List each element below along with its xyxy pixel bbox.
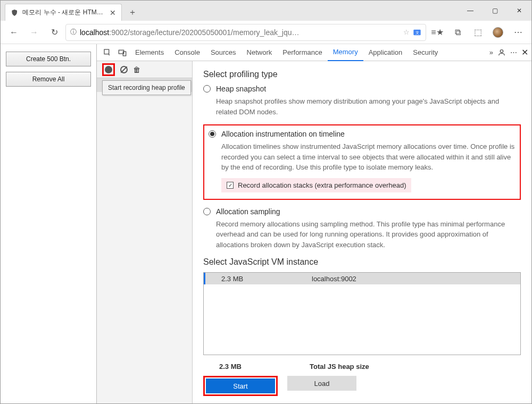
info-icon[interactable]: ⓘ bbox=[70, 28, 77, 37]
favorites-button[interactable]: ≡★ bbox=[428, 23, 446, 41]
devtools-tabs: Elements Console Sources Network Perform… bbox=[97, 44, 531, 61]
title-bar: 메모리 누수 - 새로운 HTML 요소 ✕ ＋ — ▢ ✕ bbox=[1, 1, 531, 21]
profiles-sidebar: 🗑 Profiles Start recording heap profile bbox=[97, 61, 193, 403]
vm-instance-row[interactable]: 2.3 MB localhost:9002 bbox=[204, 273, 520, 284]
action-buttons: Start Load bbox=[203, 376, 521, 396]
radio-allocation-timeline[interactable] bbox=[209, 130, 216, 138]
vm-instance-heading: Select JavaScript VM instance bbox=[203, 257, 521, 267]
total-label: Total JS heap size bbox=[310, 363, 369, 371]
allocation-sampling-desc: Record memory allocations using sampling… bbox=[216, 219, 521, 250]
create-500-button[interactable]: Create 500 Btn. bbox=[6, 52, 91, 66]
shield-icon bbox=[11, 9, 18, 17]
extensions-button[interactable]: ⬚ bbox=[469, 23, 487, 41]
tab-memory[interactable]: Memory bbox=[328, 44, 363, 61]
record-button[interactable] bbox=[105, 66, 112, 73]
forward-button: → bbox=[25, 23, 43, 41]
heap-snapshot-desc: Heap snapshot profiles show memory distr… bbox=[216, 96, 521, 117]
clear-icon[interactable] bbox=[120, 66, 128, 73]
star-icon[interactable]: ☆ bbox=[403, 28, 410, 36]
url-text: localhost:9002/storage/lecture/202005050… bbox=[80, 28, 400, 37]
address-bar[interactable]: ⓘ localhost:9002/storage/lecture/2020050… bbox=[65, 24, 426, 41]
record-stacks-row[interactable]: ✓ Record allocation stacks (extra perfor… bbox=[221, 178, 411, 192]
memory-main: Select profiling type Heap snapshot Heap… bbox=[193, 61, 531, 403]
gear-icon[interactable] bbox=[497, 48, 506, 57]
memory-panel: 🗑 Profiles Start recording heap profile … bbox=[97, 61, 531, 403]
new-tab-button[interactable]: ＋ bbox=[125, 5, 140, 20]
profile-avatar[interactable] bbox=[489, 23, 507, 41]
kebab-icon[interactable]: ⋯ bbox=[510, 48, 517, 56]
record-stacks-label: Record allocation stacks (extra performa… bbox=[238, 181, 406, 189]
profiling-type-heading: Select profiling type bbox=[203, 70, 521, 79]
window-controls: — ▢ ✕ bbox=[458, 1, 531, 21]
start-button[interactable]: Start bbox=[206, 378, 275, 393]
allocation-timeline-title: Allocation instrumentation on timeline bbox=[221, 130, 345, 138]
svg-text:文: 文 bbox=[415, 30, 419, 34]
remove-all-button[interactable]: Remove All bbox=[6, 72, 91, 87]
record-button-highlight bbox=[102, 63, 115, 76]
tab-network[interactable]: Network bbox=[242, 44, 278, 61]
load-button[interactable]: Load bbox=[287, 376, 356, 391]
vm-size: 2.3 MB bbox=[205, 275, 312, 283]
tab-performance[interactable]: Performance bbox=[277, 44, 327, 61]
refresh-button[interactable]: ↻ bbox=[45, 23, 63, 41]
tab-title: 메모리 누수 - 새로운 HTML 요소 bbox=[22, 8, 105, 17]
tab-elements[interactable]: Elements bbox=[130, 44, 169, 61]
more-tabs-icon[interactable]: » bbox=[489, 48, 493, 56]
close-button[interactable]: ✕ bbox=[507, 1, 531, 21]
translate-icon[interactable]: 文 bbox=[413, 28, 421, 37]
browser-window: 메모리 누수 - 새로운 HTML 요소 ✕ ＋ — ▢ ✕ ← → ↻ ⓘ l… bbox=[0, 0, 532, 404]
inspect-icon[interactable] bbox=[100, 45, 115, 60]
radio-allocation-sampling[interactable] bbox=[203, 208, 211, 215]
page-body: Create 500 Btn. Remove All bbox=[1, 44, 96, 403]
start-button-highlight: Start bbox=[203, 376, 278, 396]
tab-security[interactable]: Security bbox=[408, 44, 443, 61]
toolbar: ← → ↻ ⓘ localhost:9002/storage/lecture/2… bbox=[1, 21, 531, 44]
collections-button[interactable]: ⧉ bbox=[448, 23, 467, 41]
back-button[interactable]: ← bbox=[5, 23, 23, 41]
record-tooltip: Start recording heap profile bbox=[102, 80, 191, 95]
svg-point-5 bbox=[500, 49, 503, 52]
vm-name: localhost:9002 bbox=[312, 275, 356, 283]
total-size: 2.3 MB bbox=[203, 363, 310, 371]
checkbox-record-stacks[interactable]: ✓ bbox=[227, 182, 234, 189]
option-heap-snapshot[interactable]: Heap snapshot Heap snapshot profiles sho… bbox=[203, 85, 521, 117]
devtools-panel: Elements Console Sources Network Perform… bbox=[96, 44, 531, 403]
heap-snapshot-title: Heap snapshot bbox=[216, 85, 266, 93]
allocation-timeline-desc: Allocation timelines show instrumented J… bbox=[221, 141, 516, 173]
device-toggle-icon[interactable] bbox=[115, 45, 130, 60]
tab-console[interactable]: Console bbox=[169, 44, 205, 61]
radio-heap-snapshot[interactable] bbox=[203, 85, 211, 92]
option-allocation-sampling[interactable]: Allocation sampling Record memory alloca… bbox=[203, 207, 521, 250]
menu-button[interactable]: ⋯ bbox=[509, 23, 527, 41]
vm-instance-list: 2.3 MB localhost:9002 bbox=[203, 272, 521, 355]
totals-row: 2.3 MB Total JS heap size bbox=[203, 363, 521, 371]
browser-tab[interactable]: 메모리 누수 - 새로운 HTML 요소 ✕ bbox=[5, 4, 122, 21]
tab-sources[interactable]: Sources bbox=[205, 44, 242, 61]
svg-rect-2 bbox=[104, 49, 109, 54]
record-toolbar: 🗑 bbox=[97, 61, 192, 78]
option-allocation-timeline[interactable]: Allocation instrumentation on timeline A… bbox=[203, 124, 521, 200]
trash-icon[interactable]: 🗑 bbox=[133, 65, 140, 74]
content-area: Create 500 Btn. Remove All Elements Cons… bbox=[1, 44, 531, 403]
minimize-button[interactable]: — bbox=[458, 1, 483, 21]
close-icon[interactable]: ✕ bbox=[110, 9, 116, 17]
maximize-button[interactable]: ▢ bbox=[483, 1, 507, 21]
allocation-sampling-title: Allocation sampling bbox=[216, 207, 280, 216]
tab-application[interactable]: Application bbox=[363, 44, 408, 61]
devtools-close-icon[interactable]: ✕ bbox=[521, 47, 528, 57]
